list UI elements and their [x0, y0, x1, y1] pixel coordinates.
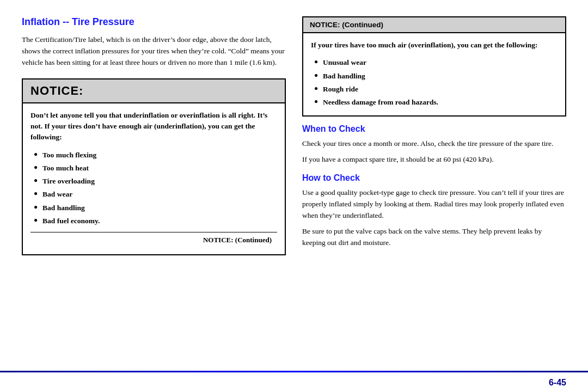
when-to-check-title: When to Check	[302, 124, 566, 134]
page-container: Inflation -- Tire Pressure The Certifica…	[0, 0, 588, 392]
page-title: Inflation -- Tire Pressure	[22, 16, 286, 28]
footer-line	[0, 371, 588, 372]
right-column: NOTICE: (Continued) If your tires have t…	[302, 16, 566, 365]
overinflation-list: Unusual wear Bad handling Rough ride Nee…	[311, 56, 558, 109]
notice-continued-body: If your tires have too much air (overinf…	[303, 33, 565, 115]
page-number: 6-45	[549, 378, 566, 388]
list-item: Tire overloading	[34, 175, 277, 188]
how-to-check-para-2: Be sure to put the valve caps back on th…	[302, 226, 566, 249]
notice-continued-header: NOTICE: (Continued)	[303, 17, 565, 33]
how-to-check-title: How to Check	[302, 173, 566, 183]
notice-continued-box: NOTICE: (Continued) If your tires have t…	[302, 16, 566, 117]
content-area: Inflation -- Tire Pressure The Certifica…	[22, 16, 566, 365]
list-item: Bad handling	[34, 201, 277, 215]
how-to-check-section: How to Check Use a good quality pocket-t…	[302, 173, 566, 249]
list-item: Bad wear	[34, 188, 277, 201]
list-item: Too much heat	[34, 162, 277, 175]
notice-body: Don’t let anyone tell you that underinfl…	[23, 103, 285, 255]
notice-continued-label: NOTICE: (Continued)	[30, 232, 277, 248]
list-item: Bad handling	[314, 70, 558, 83]
left-column: Inflation -- Tire Pressure The Certifica…	[22, 16, 286, 365]
overinflation-intro: If your tires have too much air (overinf…	[311, 40, 558, 51]
list-item: Too much flexing	[34, 149, 277, 162]
list-item: Bad fuel economy.	[34, 215, 277, 228]
when-to-check-para-2: If you have a compact spare tire, it sho…	[302, 154, 566, 166]
when-to-check-para-1: Check your tires once a month or more. A…	[302, 138, 566, 150]
notice-header: NOTICE:	[23, 79, 285, 103]
when-to-check-section: When to Check Check your tires once a mo…	[302, 124, 566, 166]
intro-paragraph: The Certification/Tire label, which is o…	[22, 34, 286, 69]
notice-box: NOTICE: Don’t let anyone tell you that u…	[22, 78, 286, 256]
notice-list: Too much flexing Too much heat Tire over…	[30, 149, 277, 228]
list-item: Needless damage from road hazards.	[314, 96, 558, 109]
list-item: Rough ride	[314, 83, 558, 96]
list-item: Unusual wear	[314, 56, 558, 69]
notice-body-text: Don’t let anyone tell you that underinfl…	[30, 110, 277, 143]
how-to-check-para-1: Use a good quality pocket-type gage to c…	[302, 187, 566, 222]
